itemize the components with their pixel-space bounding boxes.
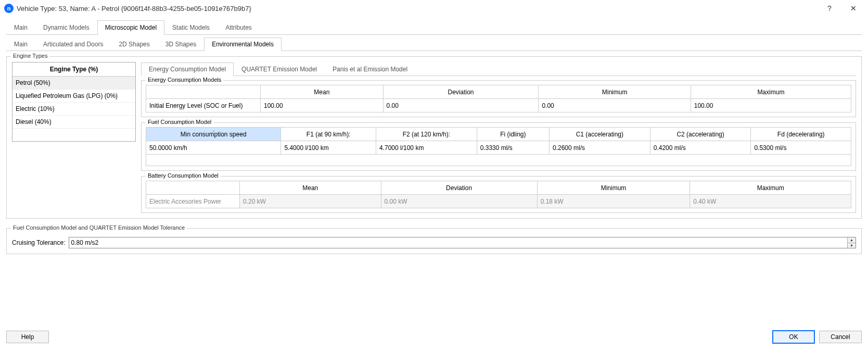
ok-button[interactable]: OK xyxy=(772,330,815,344)
tabs-top: Main Dynamic Models Microscopic Model St… xyxy=(6,20,862,35)
battery-consumption-group: Battery Consumption Model Mean Deviation… xyxy=(141,176,856,213)
window-title: Vehicle Type: 53, Name: A - Petrol {9006… xyxy=(17,5,251,12)
tab-main[interactable]: Main xyxy=(6,20,35,35)
col-minimum[interactable]: Minimum xyxy=(539,85,691,99)
tab-static-models[interactable]: Static Models xyxy=(164,20,218,35)
cell-minspeed[interactable]: 50.0000 km/h xyxy=(146,141,281,155)
row-initial-energy-level[interactable]: Initial Energy Level (SOC or Fuel) 100.0… xyxy=(146,99,851,112)
help-button[interactable]: Help xyxy=(6,331,49,343)
subtab-main[interactable]: Main xyxy=(6,37,35,51)
sort-chevron-icon: ⌄ xyxy=(212,128,215,133)
dialog-footer: Help OK Cancel xyxy=(0,325,868,351)
cruising-tolerance-input[interactable] xyxy=(69,237,848,248)
titlebar: n Vehicle Type: 53, Name: A - Petrol {90… xyxy=(0,0,868,17)
cell-f1[interactable]: 5.4000 l/100 km xyxy=(281,141,376,155)
rowlabel-initial-energy: Initial Energy Level (SOC or Fuel) xyxy=(146,99,261,112)
engine-types-label: Engine Types xyxy=(11,53,49,59)
col-c2[interactable]: C2 (accelerating) xyxy=(650,128,751,141)
energy-consumption-models-label: Energy Consumption Models xyxy=(146,77,223,83)
cell-max: 0.40 kW xyxy=(690,195,851,208)
cell-fd[interactable]: 0.5300 ml/s xyxy=(751,141,851,155)
battery-consumption-label: Battery Consumption Model xyxy=(146,172,221,179)
cell-fi[interactable]: 0.3330 ml/s xyxy=(477,141,549,155)
close-icon[interactable]: ✕ xyxy=(843,1,864,16)
engine-row-diesel[interactable]: Diesel (40%) xyxy=(12,116,135,129)
cell-c1[interactable]: 0.2600 ml/s xyxy=(549,141,650,155)
col-mean[interactable]: Mean xyxy=(261,85,384,99)
engine-row-electric[interactable]: Electric (10%) xyxy=(12,103,135,116)
engine-details: Energy Consumption Model QUARTET Emissio… xyxy=(141,62,856,213)
row-fuel-blank xyxy=(146,155,851,166)
battery-consumption-table[interactable]: Mean Deviation Minimum Maximum Electric … xyxy=(146,181,851,208)
col-maximum[interactable]: Maximum xyxy=(691,85,851,99)
col-fd[interactable]: Fd (decelerating) xyxy=(751,128,851,141)
fuel-consumption-label: Fuel Consumption Model xyxy=(146,119,213,125)
cruising-tolerance-spinner[interactable]: ▲ ▼ xyxy=(69,237,857,248)
energy-consumption-models-group: Energy Consumption Models Mean Deviation… xyxy=(141,80,856,117)
engine-types-group: Engine Types ⌄ Engine Type (%) Petrol (5… xyxy=(6,56,862,219)
cruising-tolerance-label: Cruising Tolerance: xyxy=(12,239,66,246)
tolerance-group: Fuel Consumption Model and QUARTET Emiss… xyxy=(6,228,862,254)
cancel-button[interactable]: Cancel xyxy=(819,331,862,343)
engine-row-petrol[interactable]: Petrol (50%) xyxy=(12,77,135,90)
cell-min: 0.18 kW xyxy=(537,195,690,208)
engine-type-header[interactable]: ⌄ Engine Type (%) xyxy=(12,62,135,77)
rowlabel-elec-acc-power: Electric Accesories Power xyxy=(146,195,240,208)
spinner-up-icon[interactable]: ▲ xyxy=(848,237,856,243)
row-fuel-values[interactable]: 50.0000 km/h 5.4000 l/100 km 4.7000 l/10… xyxy=(146,141,851,155)
col-mean[interactable]: Mean xyxy=(240,181,381,195)
cell-dev[interactable]: 0.00 xyxy=(383,99,539,112)
col-min-consumption-speed[interactable]: ⌄ Min consumption speed xyxy=(146,128,281,141)
subtab-environmental-models[interactable]: Environmental Models xyxy=(204,37,282,51)
cell-min[interactable]: 0.00 xyxy=(539,99,691,112)
engine-row-blank xyxy=(12,129,135,141)
col-fi[interactable]: Fi (idling) xyxy=(477,128,549,141)
col-f1[interactable]: F1 (at 90 km/h): xyxy=(281,128,376,141)
col-c1[interactable]: C1 (accelerating) xyxy=(549,128,650,141)
sort-chevron-icon: ⌄ xyxy=(72,64,76,68)
subtab-2d-shapes[interactable]: 2D Shapes xyxy=(111,37,157,51)
cell-c2[interactable]: 0.4200 ml/s xyxy=(650,141,751,155)
cell-dev: 0.00 kW xyxy=(381,195,537,208)
spinner-down-icon[interactable]: ▼ xyxy=(848,243,856,248)
col-f2[interactable]: F2 (at 120 km/h): xyxy=(376,128,477,141)
energy-consumption-table[interactable]: Mean Deviation Minimum Maximum Initial E… xyxy=(146,85,851,112)
cell-mean[interactable]: 100.00 xyxy=(261,99,384,112)
cell-f2[interactable]: 4.7000 l/100 km xyxy=(376,141,477,155)
fuel-consumption-group: Fuel Consumption Model ⌄ Min consumption… xyxy=(141,122,856,171)
tabs-sub: Main Articulated and Doors 2D Shapes 3D … xyxy=(6,37,862,51)
tolerance-group-label: Fuel Consumption Model and QUARTET Emiss… xyxy=(11,224,187,231)
subtab-3d-shapes[interactable]: 3D Shapes xyxy=(158,37,204,51)
tab-microscopic-model[interactable]: Microscopic Model xyxy=(97,20,164,35)
engine-type-list[interactable]: ⌄ Engine Type (%) Petrol (50%) Liquefied… xyxy=(12,62,136,142)
col-deviation[interactable]: Deviation xyxy=(381,181,537,195)
inner-tabs: Energy Consumption Model QUARTET Emissio… xyxy=(141,62,856,76)
fuel-consumption-table[interactable]: ⌄ Min consumption speed F1 (at 90 km/h):… xyxy=(146,127,851,166)
col-minimum[interactable]: Minimum xyxy=(537,181,690,195)
row-electric-accessories-power: Electric Accesories Power 0.20 kW 0.00 k… xyxy=(146,195,851,208)
dialog-content: Main Dynamic Models Microscopic Model St… xyxy=(0,17,868,257)
cell-mean: 0.20 kW xyxy=(240,195,381,208)
tab-dynamic-models[interactable]: Dynamic Models xyxy=(35,20,97,35)
engine-row-lpg[interactable]: Liquefied Petroleum Gas (LPG) (0%) xyxy=(12,90,135,103)
col-maximum[interactable]: Maximum xyxy=(690,181,851,195)
help-icon[interactable]: ? xyxy=(819,1,840,16)
col-deviation[interactable]: Deviation xyxy=(383,85,539,99)
app-icon: n xyxy=(4,4,14,13)
subtab-articulated[interactable]: Articulated and Doors xyxy=(35,37,111,51)
innertab-energy-consumption[interactable]: Energy Consumption Model xyxy=(141,62,234,76)
innertab-panis-emission[interactable]: Panis et al Emission Model xyxy=(325,62,415,76)
cell-max[interactable]: 100.00 xyxy=(691,99,851,112)
tab-attributes[interactable]: Attributes xyxy=(218,20,260,35)
innertab-quartet-emission[interactable]: QUARTET Emission Model xyxy=(234,62,325,76)
